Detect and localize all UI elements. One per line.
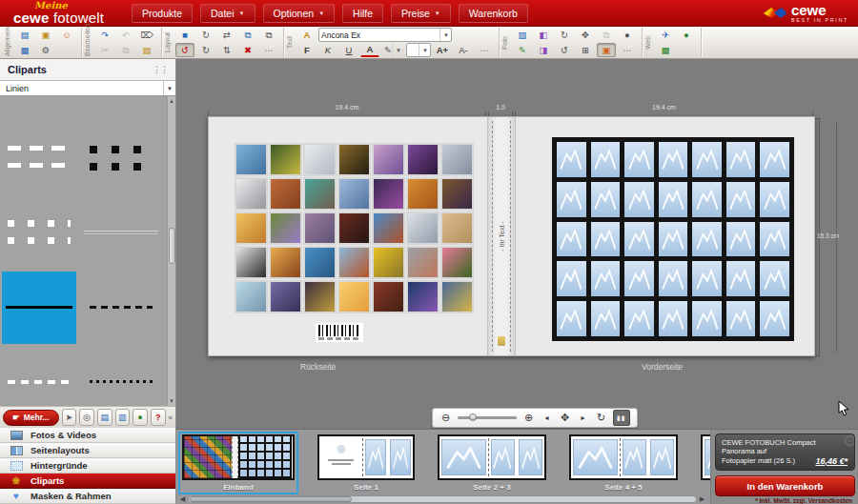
photo-scale-icon[interactable]: ✥ [576,28,595,42]
photo-more-icon[interactable]: ⋯ [618,43,637,57]
underline-button[interactable]: U [339,43,358,57]
collage-photo[interactable] [235,212,267,244]
collage-photo[interactable] [270,247,301,278]
open-project-icon[interactable]: ▣ [36,28,55,42]
save-as-icon[interactable]: ▦ [15,43,34,57]
photo-placeholder[interactable] [726,182,756,217]
collage-photo[interactable] [338,281,370,312]
web-globe-icon[interactable]: ● [677,28,696,42]
photo-rotate-icon[interactable]: ↻ [555,28,574,42]
sidebar-item-layouts[interactable]: Seitenlayouts [0,443,175,458]
collage-photo[interactable] [304,178,336,210]
gear-icon[interactable]: ⚙ [843,433,855,452]
photo-placeholder[interactable] [760,182,789,217]
photo-placeholder[interactable] [557,261,586,296]
photo-placeholder[interactable] [659,301,688,336]
zoom-slider-knob[interactable] [469,413,477,421]
menu-item-warenkorb[interactable]: Warenkorb [459,4,528,23]
italic-button[interactable]: K [318,43,337,57]
photo-placeholder[interactable] [557,301,586,336]
spine-text[interactable]: - Ihr Text - [499,221,505,251]
photo-placeholder[interactable] [591,301,621,336]
font-smaller-button[interactable]: A- [454,43,473,57]
collage-photo[interactable] [373,178,404,210]
zoom-slider[interactable] [458,416,517,419]
page-thumb-seite-4-5[interactable]: Seite 4 + 5 [565,432,682,494]
page-thumb-seite-2-3[interactable]: Seite 2 + 3 [434,432,550,494]
photo-placeholder[interactable] [726,222,756,257]
page-thumb-seite-1[interactable]: Seite 1 [314,432,419,494]
photo-placeholder[interactable] [726,142,756,177]
collage-photo[interactable] [338,144,370,175]
photo-placeholder[interactable] [692,261,722,296]
clipart-black-dotted-line[interactable] [84,346,158,406]
layout-flip-v-icon[interactable]: ⇅ [217,43,236,57]
next-page-icon[interactable]: ▸ [577,410,589,426]
collage-photo[interactable] [373,144,404,175]
spread-view-toggle[interactable]: ▮▮ [613,410,630,426]
photo-copy-icon[interactable]: ⧉ [597,28,616,42]
search-zoom-icon[interactable]: ◎ [79,409,94,426]
photo-placeholder[interactable] [591,142,621,177]
collage-photo[interactable] [270,281,301,312]
sidebar-item-masks[interactable]: ♥Masken & Rahmen [0,489,175,504]
collage-photo[interactable] [441,247,473,278]
zoom-in-icon[interactable]: ⊕ [522,410,535,426]
photo-placeholder[interactable] [659,142,688,177]
clipart-white-square-dots[interactable] [2,197,76,270]
photo-placeholder[interactable] [557,142,586,177]
save-icon[interactable]: ▤ [15,28,34,42]
preview-pointer-icon[interactable]: ➤ [62,409,77,426]
photo-placeholder[interactable] [591,222,621,257]
font-select[interactable]: Ancona Ex▼ [318,28,452,42]
panel-grip-icon[interactable]: ⋮⋮ [153,65,168,74]
globe-icon[interactable]: ● [133,409,148,426]
menu-item-datei[interactable]: Datei▼ [200,4,255,23]
front-cover-page[interactable] [516,117,814,355]
photo-hide-icon[interactable]: ● [618,28,637,42]
photo-placeholder[interactable] [659,222,688,257]
photo-placeholder[interactable] [659,261,688,296]
collage-photo[interactable] [304,144,336,175]
photo-frame-icon[interactable]: ▣ [597,43,616,57]
font-preview-icon[interactable]: A [297,28,317,42]
fit-view-icon[interactable]: ✥ [559,410,571,426]
layout-more-icon[interactable]: ⋯ [259,43,278,57]
layout-redo-icon[interactable]: ↻ [196,43,215,57]
clipart-black-square-dashes[interactable] [84,123,158,195]
collage-photo[interactable] [235,247,267,278]
undo-icon[interactable]: ↶ [116,28,135,42]
mehr-button[interactable]: ☛Mehr... [3,410,59,426]
book-spine[interactable]: - Ihr Text - [487,117,516,355]
collage-photo[interactable] [235,144,267,175]
layout-rotate-icon[interactable]: ↻ [196,28,215,42]
photo-placeholder[interactable] [659,182,688,217]
settings-icon[interactable]: ⚙ [36,43,55,57]
photo-placeholder[interactable] [624,222,654,257]
photo-placeholder[interactable] [557,222,586,257]
font-size-select[interactable]: ▼ [406,43,431,57]
page-thumb-einband[interactable]: Einband [178,432,298,494]
sidebar-item-photos[interactable]: Fotos & Videos [0,428,175,443]
photo-insert-icon[interactable]: ▨ [513,28,532,42]
scroll-down-icon[interactable]: ▼ [169,396,174,406]
collage-photo[interactable] [338,247,370,278]
prev-page-icon[interactable]: ◂ [541,410,553,426]
layout-select-icon[interactable]: ■ [175,28,194,42]
photo-placeholder[interactable] [591,261,621,296]
collage-photo[interactable] [441,178,473,210]
collage-photo[interactable] [304,247,336,278]
collage-photo[interactable] [407,247,439,278]
layout-clear-icon[interactable]: ✖ [238,43,257,57]
product-price[interactable]: 16,46 €* [815,456,848,467]
scroll-left-icon[interactable]: ◀ [179,495,186,503]
collage-photo[interactable] [235,178,267,210]
text-more-icon[interactable]: ⋯ [475,43,494,57]
clipart-gray-double-line[interactable] [84,197,158,270]
collage-photo[interactable] [270,144,301,175]
photo-placeholder[interactable] [624,301,654,336]
collage-photo[interactable] [338,178,370,210]
photo-effect-icon[interactable]: ↺ [555,43,574,57]
bold-button[interactable]: F [297,43,317,57]
book-view-icon[interactable]: ▥ [115,409,131,426]
